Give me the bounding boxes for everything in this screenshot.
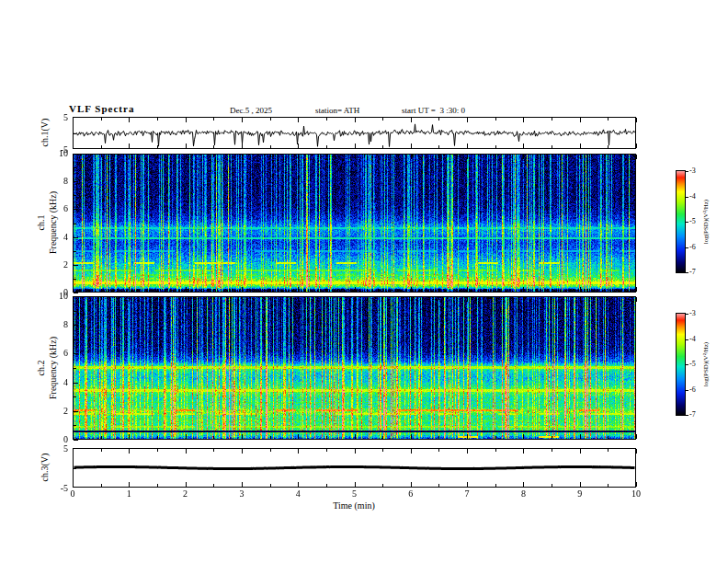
x-tick bbox=[129, 434, 130, 439]
x-tick bbox=[73, 144, 74, 148]
x-tick bbox=[411, 118, 412, 122]
x-minor-tick bbox=[438, 155, 439, 157]
colorbar-tick-label: -7 bbox=[689, 410, 696, 419]
x-minor-tick bbox=[213, 436, 214, 439]
x-minor-tick bbox=[213, 484, 214, 487]
x-minor-tick bbox=[101, 145, 102, 148]
x-tick bbox=[523, 482, 524, 487]
figure-station: station= ATH bbox=[315, 106, 359, 115]
x-tick bbox=[298, 297, 299, 302]
x-tick bbox=[467, 434, 468, 439]
x-tick bbox=[636, 144, 637, 148]
x-tick bbox=[298, 434, 299, 439]
x-minor-tick bbox=[326, 297, 327, 300]
colorbar-tick bbox=[686, 339, 688, 340]
x-tick bbox=[411, 155, 412, 159]
x-minor-tick bbox=[438, 289, 439, 292]
x-minor-tick bbox=[213, 449, 214, 452]
y-minor-tick bbox=[74, 311, 76, 312]
x-tick bbox=[580, 118, 581, 122]
x-minor-tick bbox=[213, 289, 214, 292]
x-tick bbox=[580, 155, 581, 159]
x-minor-tick bbox=[552, 118, 552, 121]
x-tick-label: 8 bbox=[521, 488, 526, 499]
x-minor-tick bbox=[326, 484, 327, 487]
x-minor-tick bbox=[213, 297, 214, 300]
x-tick bbox=[355, 144, 356, 148]
x-tick bbox=[523, 118, 524, 122]
x-tick-label: 10 bbox=[631, 488, 641, 499]
x-tick bbox=[298, 449, 299, 454]
x-tick-label: 4 bbox=[296, 488, 301, 499]
x-minor-tick bbox=[101, 118, 102, 121]
x-tick-label: 3 bbox=[239, 488, 244, 499]
x-tick bbox=[129, 297, 130, 302]
ch3-voltage-axis-label: ch.3(V) bbox=[40, 454, 50, 482]
y-tick bbox=[74, 383, 78, 384]
ch1-spectrogram-heatmap bbox=[74, 155, 635, 292]
ch1-voltage-axis-label: ch.1(V) bbox=[40, 119, 50, 147]
y-tick-label: 2 bbox=[50, 406, 68, 416]
x-tick bbox=[636, 449, 637, 454]
x-tick bbox=[355, 118, 356, 122]
x-minor-tick bbox=[213, 145, 214, 148]
x-tick bbox=[242, 449, 243, 454]
x-minor-tick bbox=[213, 155, 214, 157]
x-tick bbox=[73, 118, 74, 122]
x-minor-tick bbox=[608, 118, 609, 121]
x-tick bbox=[73, 155, 74, 159]
y-tick bbox=[74, 181, 78, 182]
x-minor-tick bbox=[157, 145, 158, 148]
x-tick bbox=[186, 449, 187, 454]
x-tick bbox=[129, 482, 130, 487]
x-minor-tick bbox=[270, 145, 271, 148]
y-tick-label: 5 bbox=[50, 112, 68, 122]
x-tick bbox=[580, 434, 581, 439]
y-tick-label: 8 bbox=[50, 176, 68, 186]
x-tick bbox=[467, 449, 468, 454]
y-tick-label: 10 bbox=[50, 291, 68, 301]
x-tick bbox=[186, 482, 187, 487]
x-minor-tick bbox=[495, 484, 496, 487]
x-tick bbox=[186, 155, 187, 159]
colorbar-tick-label: -3 bbox=[689, 167, 696, 175]
y-tick bbox=[74, 440, 78, 441]
x-minor-tick bbox=[552, 155, 552, 157]
x-minor-tick bbox=[552, 449, 552, 452]
x-minor-tick bbox=[382, 436, 383, 439]
x-tick bbox=[411, 287, 412, 292]
x-tick-label: 6 bbox=[408, 488, 413, 499]
x-minor-tick bbox=[608, 289, 609, 292]
y-minor-tick bbox=[74, 425, 76, 426]
x-tick bbox=[523, 144, 524, 148]
x-minor-tick bbox=[101, 289, 102, 292]
colorbar-tick bbox=[686, 415, 688, 416]
colorbar-tick bbox=[686, 272, 688, 273]
y-tick-label: 5 bbox=[50, 443, 68, 454]
x-tick bbox=[523, 449, 524, 454]
x-minor-tick bbox=[213, 118, 214, 121]
x-minor-tick bbox=[382, 155, 383, 157]
x-tick bbox=[73, 287, 74, 292]
colorbar-tick bbox=[686, 314, 688, 315]
colorbar-tick bbox=[686, 171, 688, 172]
colorbar-tick-label: -4 bbox=[689, 335, 696, 343]
x-minor-tick bbox=[495, 145, 496, 148]
x-minor-tick bbox=[495, 297, 496, 300]
x-minor-tick bbox=[608, 484, 609, 487]
ch2-spectrogram-heatmap bbox=[74, 297, 635, 439]
x-minor-tick bbox=[438, 297, 439, 300]
ch2-row-label: ch.2 bbox=[36, 361, 46, 376]
x-minor-tick bbox=[270, 118, 271, 121]
figure-date: Dec.5 , 2025 bbox=[230, 106, 272, 115]
x-tick bbox=[411, 434, 412, 439]
colorbar-tick-label: -4 bbox=[689, 192, 696, 201]
y-tick-label: 6 bbox=[50, 203, 68, 213]
x-tick bbox=[73, 482, 74, 487]
x-tick bbox=[73, 434, 74, 439]
time-axis-label: Time (min) bbox=[333, 500, 374, 511]
x-tick bbox=[355, 155, 356, 159]
x-minor-tick bbox=[270, 484, 271, 487]
y-minor-tick bbox=[74, 224, 76, 224]
colorbar-tick-label: -5 bbox=[689, 360, 696, 368]
